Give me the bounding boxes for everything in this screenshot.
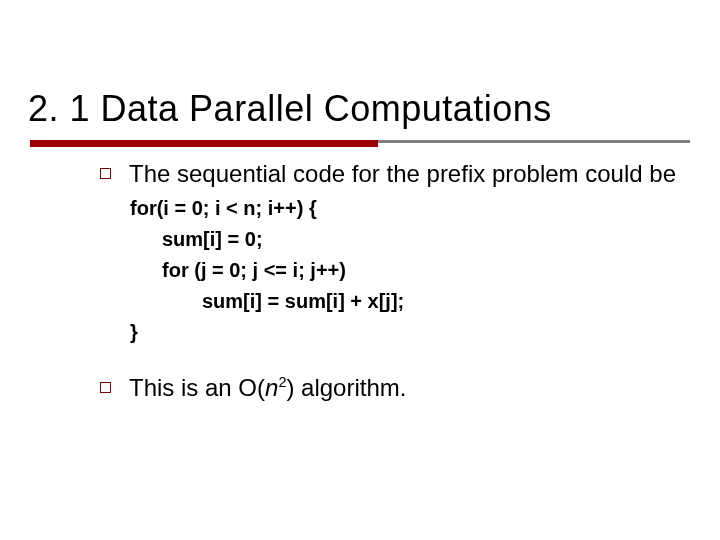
title-underline (30, 140, 690, 148)
text-fragment: This is an O( (129, 374, 265, 401)
code-line: for (j = 0; j <= i; j++) (130, 255, 680, 286)
square-bullet-icon (100, 168, 111, 179)
underline-red (30, 140, 378, 147)
code-line: sum[i] = sum[i] + x[j]; (130, 286, 680, 317)
code-line: for(i = 0; i < n; i++) { (130, 193, 680, 224)
bullet-text: This is an O(n2) algorithm. (129, 374, 406, 403)
slide-title: 2. 1 Data Parallel Computations (28, 88, 552, 130)
text-fragment: ) algorithm. (286, 374, 406, 401)
square-bullet-icon (100, 382, 111, 393)
slide: 2. 1 Data Parallel Computations The sequ… (0, 0, 720, 540)
code-block: for(i = 0; i < n; i++) { sum[i] = 0; for… (130, 193, 680, 348)
text-var: n (265, 374, 278, 401)
bullet-item: The sequential code for the prefix probl… (100, 160, 680, 189)
slide-body: The sequential code for the prefix probl… (100, 160, 680, 407)
code-line: sum[i] = 0; (130, 224, 680, 255)
code-line: } (130, 317, 680, 348)
bullet-text: The sequential code for the prefix probl… (129, 160, 676, 189)
bullet-item: This is an O(n2) algorithm. (100, 374, 680, 403)
